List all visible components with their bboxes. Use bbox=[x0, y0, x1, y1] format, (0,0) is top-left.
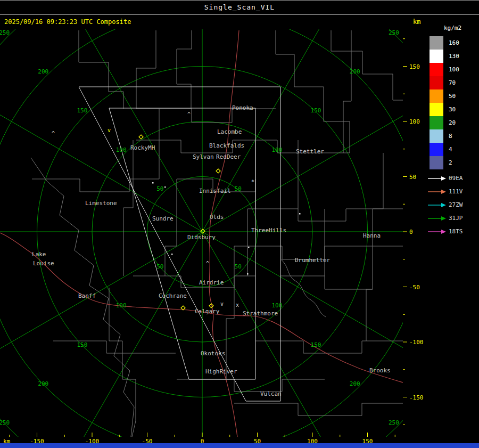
site-marker-diamond-icon bbox=[216, 169, 220, 173]
poi-marker-icon: ^ bbox=[206, 260, 209, 266]
poi-dot-icon bbox=[248, 247, 250, 248]
scale-swatch bbox=[430, 36, 443, 50]
scale-swatch bbox=[430, 103, 443, 116]
radar-legend-row: 09EA bbox=[426, 172, 479, 185]
town-label: Okotoks bbox=[201, 350, 225, 357]
y-axis-tick-label: -100 bbox=[409, 339, 424, 346]
scale-row: 4 bbox=[426, 143, 479, 156]
scale-swatch bbox=[430, 89, 443, 103]
legend-panel: kg/m2 16013010070503020842 09EA111V27ZW3… bbox=[426, 25, 479, 238]
scale-value: 70 bbox=[449, 79, 456, 86]
radar-legend-row: 18TS bbox=[426, 225, 479, 238]
town-label: HighRiver bbox=[205, 368, 237, 375]
bottom-status-bar bbox=[0, 443, 479, 448]
range-ring-label: 100 bbox=[271, 302, 282, 309]
poi-marker-icon: x bbox=[236, 302, 239, 308]
scale-value: 20 bbox=[449, 119, 456, 126]
county-boundary bbox=[165, 179, 177, 276]
county-boundary bbox=[226, 246, 234, 379]
range-ring-label: 250 bbox=[389, 419, 399, 426]
poi-dot-icon bbox=[299, 213, 301, 215]
radar-arrow-icon bbox=[428, 175, 446, 182]
radar-viewer-window: Single_Scan_VIL 2025/09/16 09:23:23 UTC … bbox=[0, 0, 479, 448]
range-ring-label: 150 bbox=[311, 341, 321, 348]
county-boundary bbox=[123, 140, 133, 276]
town-label: Innisfail bbox=[199, 188, 231, 194]
y-axis-tick-label: 50 bbox=[409, 174, 416, 181]
town-label: RedDeer bbox=[216, 153, 241, 160]
radar-id-label: 31JP bbox=[449, 215, 463, 222]
scale-row: 20 bbox=[426, 116, 479, 129]
town-label: Olds bbox=[210, 214, 224, 221]
scale-value: 2 bbox=[449, 159, 452, 166]
county-boundary bbox=[255, 341, 403, 353]
scale-value: 100 bbox=[449, 66, 459, 73]
town-label: Drumheller bbox=[295, 257, 331, 264]
county-boundary bbox=[159, 109, 276, 123]
scale-row: 100 bbox=[426, 63, 479, 76]
town-label: Cochrane bbox=[159, 292, 187, 299]
town-label: Vulcan bbox=[260, 390, 282, 397]
scale-row: 2 bbox=[426, 156, 479, 169]
scale-value: 160 bbox=[449, 39, 459, 46]
town-label: Lake bbox=[32, 251, 46, 258]
scale-swatch bbox=[430, 63, 443, 76]
town-label: Limestone bbox=[85, 200, 117, 207]
county-boundary bbox=[32, 179, 159, 192]
county-boundary bbox=[247, 140, 255, 276]
town-label: Sylvan bbox=[193, 153, 214, 160]
town-label: Strathmore bbox=[243, 310, 278, 317]
range-ring-label: 50 bbox=[156, 263, 163, 270]
y-axis-unit: km bbox=[413, 18, 420, 26]
scale-swatch bbox=[430, 76, 443, 89]
scale-value: 8 bbox=[449, 133, 452, 140]
y-axis-tick-label: 100 bbox=[409, 118, 420, 125]
town-label: Calgary bbox=[195, 308, 220, 315]
range-ring-label: 100 bbox=[271, 146, 282, 153]
poi-marker-icon: v bbox=[220, 301, 224, 307]
scale-row: 30 bbox=[426, 103, 479, 116]
county-boundary bbox=[133, 276, 255, 288]
county-boundary bbox=[343, 30, 351, 153]
range-ring-label: 100 bbox=[116, 146, 127, 153]
range-ring-label: 50 bbox=[235, 263, 242, 270]
radar-id-label: 27ZW bbox=[449, 201, 463, 208]
poi-marker-icon: ^ bbox=[187, 111, 191, 117]
poi-dot-icon bbox=[247, 273, 249, 275]
town-label: Hanna bbox=[363, 232, 381, 239]
radar-id-label: 09EA bbox=[449, 175, 463, 182]
town-label: Sundre bbox=[152, 215, 174, 222]
range-ring-label: 250 bbox=[0, 419, 10, 426]
scale-row: 50 bbox=[426, 89, 479, 103]
county-boundary bbox=[234, 403, 403, 416]
poi-marker-icon: v bbox=[108, 127, 111, 133]
scale-value: 4 bbox=[449, 146, 452, 153]
county-boundary bbox=[79, 30, 123, 109]
town-label: Banff bbox=[78, 292, 96, 299]
range-ring-label: 150 bbox=[311, 107, 321, 114]
county-boundary bbox=[177, 30, 192, 109]
range-ring-label: 50 bbox=[235, 185, 242, 192]
range-spoke bbox=[0, 232, 202, 377]
color-scale: 16013010070503020842 bbox=[426, 36, 479, 169]
town-label: Lacombe bbox=[217, 128, 242, 135]
radar-id-label: 111V bbox=[449, 188, 463, 195]
radar-arrow-icon bbox=[428, 202, 446, 208]
range-ring-label: 200 bbox=[350, 380, 360, 387]
legend-unit-label: kg/m2 bbox=[444, 25, 479, 33]
scale-row: 70 bbox=[426, 76, 479, 89]
radar-map[interactable]: 5050505010010010010015015015015020020020… bbox=[0, 29, 426, 448]
county-boundary bbox=[280, 276, 373, 289]
county-boundary bbox=[281, 259, 326, 317]
scale-value: 50 bbox=[449, 93, 456, 100]
town-label: Didsbury bbox=[187, 234, 216, 241]
range-ring-label: 100 bbox=[116, 302, 127, 309]
y-axis-tick-label: -150 bbox=[409, 394, 424, 401]
scale-value: 130 bbox=[449, 53, 459, 60]
town-label: ThreeHills bbox=[251, 227, 286, 234]
town-label: Blackfalds bbox=[209, 142, 244, 149]
window-title: Single_Scan_VIL bbox=[204, 3, 275, 11]
y-axis-tick-label: 0 bbox=[409, 229, 413, 235]
scale-row: 8 bbox=[426, 129, 479, 143]
site-marker-diamond-icon bbox=[139, 135, 143, 139]
